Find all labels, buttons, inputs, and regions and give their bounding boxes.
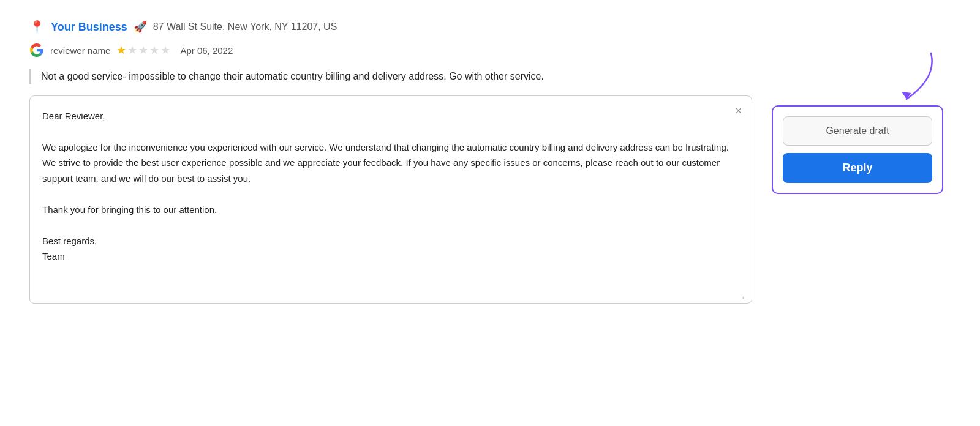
location-icon: 📍 [29,20,45,34]
svg-marker-0 [902,92,911,99]
review-content: Not a good service- impossible to change… [29,69,951,304]
action-panel: Generate draft Reply [772,105,943,194]
star-1: ★ [116,43,126,57]
rocket-icon: 🚀 [134,20,147,34]
reply-box: × Dear Reviewer, We apologize for the in… [29,95,752,304]
action-buttons-box: Generate draft Reply [772,105,943,194]
close-button[interactable]: × [735,105,742,118]
star-rating: ★ ★ ★ ★ ★ [116,43,170,57]
review-left-panel: Not a good service- impossible to change… [29,69,752,304]
review-date: Apr 06, 2022 [180,45,233,56]
review-text: Not a good service- impossible to change… [29,69,752,84]
reply-draft-text[interactable]: Dear Reviewer, We apologize for the inco… [42,108,739,264]
google-icon [29,43,44,58]
business-header: 📍 Your Business 🚀 87 Wall St Suite, New … [29,20,951,34]
arrow-annotation [888,50,937,105]
resize-handle[interactable]: ⌟ [741,292,749,301]
star-3: ★ [138,43,148,57]
reply-button[interactable]: Reply [783,153,932,183]
business-name: Your Business [51,21,127,34]
star-2: ★ [127,43,137,57]
star-5: ★ [160,43,170,57]
generate-draft-button[interactable]: Generate draft [783,116,932,146]
reviewer-row: reviewer name ★ ★ ★ ★ ★ Apr 06, 2022 [29,43,951,58]
business-address: 87 Wall St Suite, New York, NY 11207, US [153,21,337,32]
star-4: ★ [149,43,159,57]
reviewer-name: reviewer name [50,45,110,56]
